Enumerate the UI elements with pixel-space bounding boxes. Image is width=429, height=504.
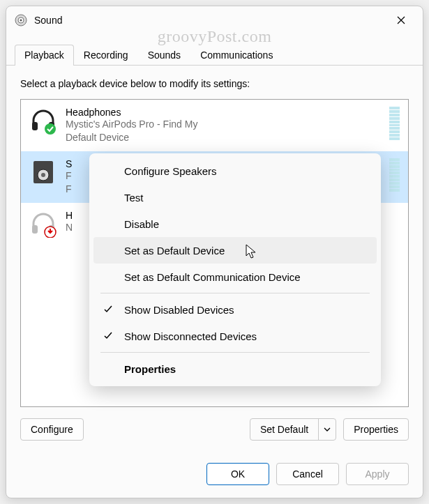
device-name: Headphones [66, 107, 384, 118]
close-icon [397, 16, 405, 24]
configure-button[interactable]: Configure [20, 418, 84, 441]
cancel-button[interactable]: Cancel [276, 463, 339, 485]
close-button[interactable] [385, 9, 417, 31]
headphones-icon [29, 107, 57, 135]
device-desc: Mystic's AirPods Pro - Find My [66, 118, 384, 131]
tab-strip: Playback Recording Sounds Communications [6, 44, 423, 66]
vu-meter [389, 158, 400, 192]
ctx-set-default-comm-device[interactable]: Set as Default Communication Device [93, 264, 377, 290]
check-icon [103, 305, 113, 314]
set-default-split-button[interactable]: Set Default [250, 418, 336, 441]
svg-point-8 [41, 173, 45, 177]
ok-button[interactable]: OK [206, 463, 269, 485]
tab-sounds[interactable]: Sounds [138, 45, 190, 66]
speaker-icon [29, 158, 57, 186]
headphones-disconnected-icon [29, 210, 57, 238]
svg-point-2 [20, 20, 22, 22]
tab-communications[interactable]: Communications [190, 45, 283, 66]
ctx-test[interactable]: Test [93, 184, 377, 211]
device-button-row: Configure Set Default Properties [20, 418, 409, 441]
check-icon [103, 331, 113, 341]
ctx-disable[interactable]: Disable [93, 211, 377, 237]
set-default-label: Set Default [250, 419, 319, 440]
ctx-configure-speakers[interactable]: Configure Speakers [93, 158, 377, 184]
instruction-text: Select a playback device below to modify… [20, 78, 409, 89]
context-menu: Configure Speakers Test Disable Set as D… [89, 153, 381, 386]
window-title: Sound [34, 15, 62, 26]
sound-icon [15, 14, 27, 26]
ctx-separator [100, 352, 370, 353]
svg-rect-3 [32, 122, 38, 130]
device-row[interactable]: Headphones Mystic's AirPods Pro - Find M… [21, 100, 408, 151]
dialog-button-row: OK Cancel Apply [6, 453, 423, 498]
ctx-show-disconnected-devices[interactable]: Show Disconnected Devices [93, 323, 377, 349]
device-status: Default Device [66, 131, 384, 144]
svg-point-5 [45, 123, 56, 135]
tab-playback[interactable]: Playback [15, 45, 74, 66]
properties-button[interactable]: Properties [343, 418, 409, 441]
vu-meter [389, 107, 400, 140]
svg-rect-9 [32, 225, 38, 234]
apply-button[interactable]: Apply [346, 463, 409, 485]
ctx-show-disabled-devices[interactable]: Show Disabled Devices [93, 296, 377, 323]
ctx-properties[interactable]: Properties [93, 356, 377, 382]
titlebar: Sound [6, 6, 423, 34]
chevron-down-icon[interactable] [319, 419, 336, 440]
tab-recording[interactable]: Recording [74, 45, 138, 66]
ctx-separator [100, 293, 370, 293]
ctx-set-default-device[interactable]: Set as Default Device [93, 237, 377, 264]
